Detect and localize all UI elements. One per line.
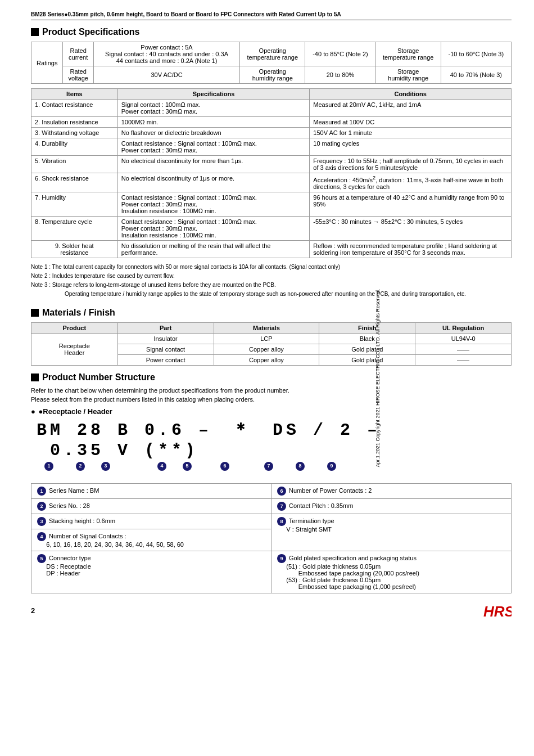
circle-7-desc: 7 xyxy=(277,502,286,511)
specs-col-conds: Conditions xyxy=(310,89,512,100)
materials-table: Product Part Materials Finish UL Regulat… xyxy=(31,322,512,366)
mat-col-product: Product xyxy=(31,322,118,333)
mat-col-part: Part xyxy=(117,322,214,333)
product-specs-title: Product Specifications xyxy=(31,27,512,37)
op-humidity-label: Operatinghumidity range xyxy=(240,66,305,84)
cond-temp-cycle: -55±3°C : 30 minutes → 85±2°C : 30 minut… xyxy=(310,216,512,240)
cond-withstanding: 150V AC for 1 minute xyxy=(310,128,512,138)
spec-contact-resistance: Signal contact : 100mΩ max.Power contact… xyxy=(117,100,310,117)
cond-solder: Reflow : with recommended temperature pr… xyxy=(310,240,512,258)
item-humidity: 7. Humidity xyxy=(31,192,118,216)
table-row: 2. Insulation resistance 1000MΩ min. Mea… xyxy=(31,117,512,128)
spec-insulation: 1000MΩ min. xyxy=(117,117,310,128)
ratings-label: Ratings xyxy=(31,42,63,84)
finish-black: Black xyxy=(319,333,415,344)
hrs-logo-container: HRS xyxy=(483,602,512,619)
circle-1: 1 xyxy=(44,462,53,471)
mat-copper-alloy-2: Copper alloy xyxy=(214,354,319,365)
section-square-icon3 xyxy=(31,374,39,381)
circle-5: 5 xyxy=(183,462,192,471)
mat-lcp: LCP xyxy=(214,333,319,344)
op-temp-range-label: Operatingtemperature range xyxy=(240,42,305,66)
pn-desc2: Please select from the product numbers l… xyxy=(31,396,512,403)
part-power-contact: Power contact xyxy=(117,354,214,365)
circle-2: 2 xyxy=(76,462,85,471)
spec-humidity: Contact resistance : Signal contact : 10… xyxy=(117,192,310,216)
cond-contact-resistance: Measured at 20mV AC, 1kHz, and 1mA xyxy=(310,100,512,117)
ul-dash-1: —— xyxy=(415,344,512,354)
table-row: ReceptacleHeader Insulator LCP Black UL9… xyxy=(31,333,512,344)
rated-voltage-val: 30V AC/DC xyxy=(93,66,239,84)
product-receptacle-header: ReceptacleHeader xyxy=(31,333,118,365)
note-3-continued: Operating temperature / humidity range a… xyxy=(31,290,512,299)
mat-copper-alloy-1: Copper alloy xyxy=(214,344,319,354)
table-row: 4. Durability Contact resistance : Signa… xyxy=(31,138,512,156)
rated-current-label: Ratedcurrent xyxy=(63,42,93,66)
circle-8-desc: 8 xyxy=(277,517,286,526)
bullet-circle-icon: ● xyxy=(31,407,35,416)
desc-right-2: 7 Contact Pitch : 0.35mm xyxy=(271,498,512,514)
table-row: 1 Series Name : BM 6 Number of Power Con… xyxy=(31,483,512,498)
product-number-title: Product Number Structure xyxy=(31,372,512,382)
table-row: 8. Temperature cycle Contact resistance … xyxy=(31,216,512,240)
specs-col-specs: Specifications xyxy=(117,89,310,100)
svg-text:HRS: HRS xyxy=(483,603,512,619)
finish-gold-plated-1: Gold plated xyxy=(319,344,415,354)
pn-desc1: Refer to the chart below when determinin… xyxy=(31,387,512,394)
circle-8: 8 xyxy=(296,462,305,471)
table-row: 1. Contact resistance Signal contact : 1… xyxy=(31,100,512,117)
receptacle-header-subtitle: ● ●Receptacle / Header xyxy=(31,407,512,416)
circle-1-desc: 1 xyxy=(37,487,46,496)
item-contact-resistance: 1. Contact resistance xyxy=(31,100,118,117)
cond-vibration: Frequency : 10 to 55Hz ; half amplitude … xyxy=(310,156,512,173)
cond-insulation: Measured at 100V DC xyxy=(310,117,512,128)
mat-col-ul: UL Regulation xyxy=(415,322,512,333)
cond-durability: 10 mating cycles xyxy=(310,138,512,156)
desc-left-3: 3 Stacking height : 0.6mm xyxy=(31,514,271,529)
op-temp-range-val: -40 to 85°C (Note 2) xyxy=(305,42,375,66)
table-row: 5 Connector type DS : Receptacle DP : He… xyxy=(31,551,512,593)
description-table: 1 Series Name : BM 6 Number of Power Con… xyxy=(31,483,512,593)
table-row: 6. Shock resistance No electrical discon… xyxy=(31,173,512,192)
ratings-table: Ratings Ratedcurrent Power contact : 5A … xyxy=(31,42,512,84)
finish-gold-plated-2: Gold plated xyxy=(319,354,415,365)
spec-withstanding: No flashover or dielectric breakdown xyxy=(117,128,310,138)
circle-4: 4 xyxy=(157,462,166,471)
table-row: 3 Stacking height : 0.6mm 8 Termination … xyxy=(31,514,512,529)
desc-left-1: 1 Series Name : BM xyxy=(31,483,271,498)
copyright-text: Apr.1.2021 Copyright 2021 HIROSE ELECTRI… xyxy=(375,0,381,756)
spec-durability: Contact resistance : Signal contact : 10… xyxy=(117,138,310,156)
part-insulator: Insulator xyxy=(117,333,214,344)
note-2: Note 2 : Includes temperature rise cause… xyxy=(31,272,512,281)
desc-left-5: 5 Connector type DS : Receptacle DP : He… xyxy=(31,551,271,593)
op-humidity-val: 20 to 80% xyxy=(305,66,375,84)
note-1: Note 1 : The total current capacity for … xyxy=(31,263,512,272)
ul-94v0: UL94V-0 xyxy=(415,333,512,344)
hrs-logo-svg: HRS xyxy=(483,602,512,619)
storage-humidity-label: Storagehumidity range xyxy=(375,66,441,84)
page-number: 2 xyxy=(31,606,35,615)
circle-3-desc: 3 xyxy=(37,517,46,526)
storage-temp-label: Storagetemperature range xyxy=(375,42,441,66)
table-row: 9. Solder heatresistance No dissolution … xyxy=(31,240,512,258)
mat-col-materials: Materials xyxy=(214,322,319,333)
cond-humidity: 96 hours at a temperature of 40 ±2°C and… xyxy=(310,192,512,216)
circle-9: 9 xyxy=(327,462,336,471)
circle-6-desc: 6 xyxy=(277,487,286,496)
section-square-icon xyxy=(31,28,39,36)
storage-humidity-val: 40 to 70% (Note 3) xyxy=(441,66,511,84)
circle-6: 6 xyxy=(220,462,229,471)
item-insulation: 2. Insulation resistance xyxy=(31,117,118,128)
table-row: 7. Humidity Contact resistance : Signal … xyxy=(31,192,512,216)
circle-5-desc: 5 xyxy=(37,554,46,563)
section-square-icon2 xyxy=(31,309,39,317)
notes-section: Note 1 : The total current capacity for … xyxy=(31,263,512,299)
desc-left-2: 2 Series No. : 28 xyxy=(31,498,271,514)
spec-vibration: No electrical discontinuity for more tha… xyxy=(117,156,310,173)
cond-shock: Acceleration : 450m/s2, duration : 11ms,… xyxy=(310,173,512,192)
circle-3: 3 xyxy=(101,462,110,471)
rated-current-value: Power contact : 5A Signal contact : 40 c… xyxy=(93,42,239,66)
circle-numbers-row: 1 2 3 4 xyxy=(37,462,512,471)
product-number-display: BM 28 B 0.6 – ＊ DS / 2 – 0.35 V (**) xyxy=(37,420,512,461)
circle-7: 7 xyxy=(264,462,273,471)
